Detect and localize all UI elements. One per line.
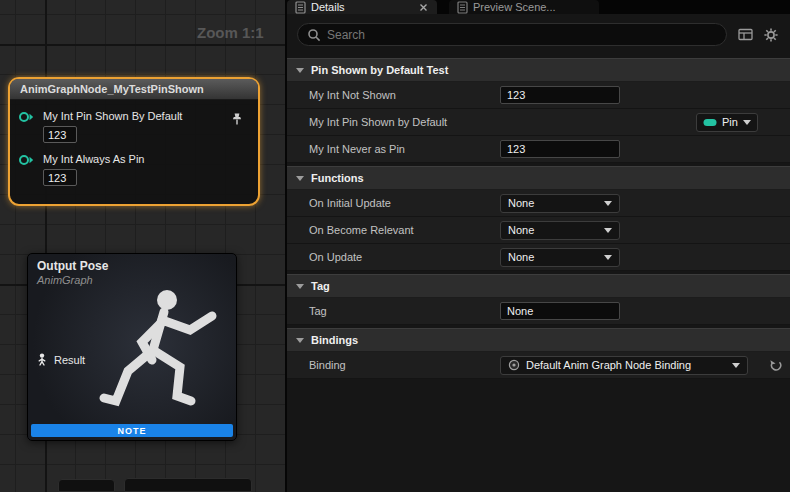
pin-row: My Int Always As Pin: [10, 149, 258, 192]
search-input[interactable]: [327, 28, 717, 42]
property-row-my-int-not-shown: My Int Not Shown: [287, 82, 790, 109]
pin-state-icon: [703, 118, 717, 127]
pin-state-dropdown[interactable]: Pin: [696, 113, 758, 132]
details-toolbar: [287, 14, 790, 55]
chevron-down-icon: [296, 338, 304, 343]
pushpin-icon[interactable]: [230, 112, 244, 126]
section-title: Bindings: [311, 334, 358, 346]
section-title: Tag: [311, 280, 330, 292]
search-icon: [307, 28, 321, 42]
chevron-down-icon: [296, 176, 304, 181]
chevron-down-icon: [604, 255, 612, 260]
dropdown-value: None: [508, 224, 534, 236]
unreal-editor-window: Zoom 1:1 AnimGraphNode_MyTestPinShown My…: [0, 0, 790, 492]
property-row-on-initial-update: On Initial Update None: [287, 190, 790, 217]
property-label: On Become Relevant: [287, 224, 414, 236]
node-title-bar[interactable]: Output Pose AnimGraph: [28, 254, 236, 286]
node-title: AnimGraphNode_MyTestPinShown: [20, 83, 204, 95]
view-options-button[interactable]: [736, 26, 753, 44]
section-functions[interactable]: Functions: [287, 166, 790, 190]
dropdown-value: None: [508, 251, 534, 263]
gear-icon: [763, 27, 779, 43]
details-tab-icon: [295, 1, 306, 14]
chevron-down-icon: [604, 228, 612, 233]
details-panel: Details Preview Scene...: [285, 0, 790, 492]
int-pin-icon[interactable]: [18, 110, 35, 124]
property-row-on-update: On Update None: [287, 244, 790, 271]
tag-input[interactable]: [500, 302, 620, 320]
revert-arrow-icon: [768, 359, 782, 372]
result-pin-label: Result: [54, 354, 85, 366]
node-subtitle: AnimGraph: [37, 274, 227, 286]
note-label: NOTE: [117, 426, 146, 436]
view-options-icon: [738, 28, 753, 41]
my-int-not-shown-input[interactable]: [500, 86, 620, 104]
node-body: My Int Pin Shown By Default My Int Alwa: [10, 100, 258, 204]
node-output-pose[interactable]: Output Pose AnimGraph Result NOTE: [27, 253, 237, 441]
pin-label: My Int Pin Shown By Default: [43, 110, 182, 123]
tab-details[interactable]: Details: [287, 0, 437, 14]
note-bar[interactable]: NOTE: [31, 424, 233, 437]
property-label: My Int Not Shown: [287, 89, 396, 101]
on-become-relevant-dropdown[interactable]: None: [500, 221, 620, 240]
property-row-my-int-never-as-pin: My Int Never as Pin: [287, 136, 790, 163]
preview-scene-tab-icon: [457, 1, 468, 14]
close-icon: [418, 2, 429, 13]
search-box[interactable]: [297, 23, 727, 46]
node-title: Output Pose: [37, 259, 227, 273]
on-update-dropdown[interactable]: None: [500, 248, 620, 267]
pin-row: My Int Pin Shown By Default: [10, 106, 258, 149]
chevron-down-icon: [296, 284, 304, 289]
property-label: My Int Never as Pin: [287, 143, 405, 155]
reset-binding-button[interactable]: [766, 356, 784, 374]
node-title-bar[interactable]: AnimGraphNode_MyTestPinShown: [10, 79, 258, 100]
property-row-on-become-relevant: On Become Relevant None: [287, 217, 790, 244]
on-initial-update-dropdown[interactable]: None: [500, 194, 620, 213]
pin-state-label: Pin: [722, 116, 738, 128]
property-label: Binding: [287, 359, 346, 371]
partially-visible-node[interactable]: [58, 479, 115, 492]
property-label: On Update: [287, 251, 362, 263]
pose-pin-icon: [36, 353, 48, 366]
anim-graph-canvas[interactable]: Zoom 1:1 AnimGraphNode_MyTestPinShown My…: [0, 0, 285, 492]
tab-label: Details: [311, 1, 345, 13]
partially-visible-node[interactable]: [124, 478, 252, 492]
section-tag[interactable]: Tag: [287, 274, 790, 298]
chevron-down-icon: [296, 68, 304, 73]
section-pin-shown-by-default-test[interactable]: Pin Shown by Default Test: [287, 58, 790, 82]
section-title: Functions: [311, 172, 364, 184]
property-row-tag: Tag: [287, 298, 790, 325]
settings-button[interactable]: [763, 26, 780, 44]
property-row-binding: Binding Default Anim Graph Node Binding: [287, 352, 790, 379]
tab-preview-scene[interactable]: Preview Scene...: [449, 0, 599, 14]
zoom-level-label: Zoom 1:1: [197, 24, 264, 41]
tab-label: Preview Scene...: [473, 1, 556, 13]
chevron-down-icon: [743, 120, 751, 125]
property-label: My Int Pin Shown by Default: [287, 116, 447, 128]
binding-icon: [508, 359, 520, 371]
chevron-down-icon: [732, 363, 740, 368]
pin-label: My Int Always As Pin: [43, 153, 144, 166]
my-int-never-as-pin-input[interactable]: [500, 140, 620, 158]
property-label: Tag: [287, 305, 327, 317]
pin-value-input[interactable]: [43, 126, 77, 143]
section-bindings[interactable]: Bindings: [287, 328, 790, 352]
result-pin[interactable]: Result: [36, 353, 85, 366]
property-label: On Initial Update: [287, 197, 391, 209]
chevron-down-icon: [604, 201, 612, 206]
int-pin-icon[interactable]: [18, 153, 35, 167]
binding-dropdown[interactable]: Default Anim Graph Node Binding: [500, 356, 748, 375]
pin-value-input[interactable]: [43, 169, 77, 186]
panel-tab-bar: Details Preview Scene...: [287, 0, 790, 14]
close-tab-button[interactable]: [418, 2, 429, 13]
section-title: Pin Shown by Default Test: [311, 64, 448, 76]
dropdown-value: None: [508, 197, 534, 209]
binding-value: Default Anim Graph Node Binding: [526, 359, 691, 371]
node-animgraphnode-mytestpinshown[interactable]: AnimGraphNode_MyTestPinShown My Int Pin …: [8, 77, 260, 206]
property-row-my-int-pin-shown-by-default: My Int Pin Shown by Default Pin: [287, 109, 790, 136]
